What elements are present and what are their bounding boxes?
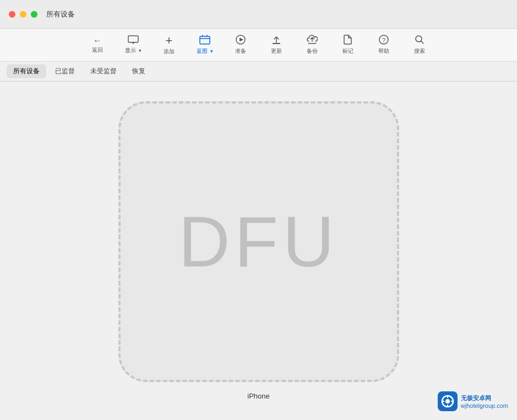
toolbar-add[interactable]: + 添加 [151,30,187,61]
tag-icon [344,35,352,46]
toolbar-update[interactable]: 更新 [259,30,295,61]
toolbar-search[interactable]: 搜索 [402,30,438,61]
add-icon: + [166,35,173,47]
toolbar-search-label: 搜索 [414,47,425,55]
minimize-button[interactable] [20,11,26,18]
device-name: iPhone [247,392,269,400]
toolbar-backup[interactable]: 备份 [295,30,330,61]
tab-unmonitored[interactable]: 未受监督 [84,64,123,78]
toolbar-prepare-label: 准备 [235,47,246,55]
tab-all-devices[interactable]: 所有设备 [7,64,46,78]
window-title: 所有设备 [46,9,75,19]
prepare-icon [236,35,246,46]
update-icon [271,35,281,46]
toolbar-display[interactable]: 显示 ▾ [116,30,151,61]
display-icon [128,35,139,46]
toolbar-prepare[interactable]: 准备 [223,30,259,61]
toolbar-back-label: 返回 [92,46,103,54]
toolbar: ← 返回 显示 ▾ + 添加 蓝图 ▾ [0,29,517,62]
svg-line-14 [421,41,424,44]
blueprint-icon [199,35,210,46]
back-icon: ← [93,36,102,45]
toolbar-blueprint[interactable]: 蓝图 ▾ [187,30,223,61]
main-content: DFU iPhone 无极安卓网 wjhotelgroup.com [0,81,517,420]
toolbar-update-label: 更新 [271,47,282,55]
svg-rect-3 [200,36,210,44]
svg-marker-8 [240,38,243,42]
toolbar-backup-label: 备份 [307,47,318,55]
watermark-text-block: 无极安卓网 wjhotelgroup.com [461,394,508,409]
watermark-site-name: 无极安卓网 [461,394,508,402]
device-container: DFU iPhone [118,101,399,400]
tab-restore[interactable]: 恢复 [126,64,152,78]
help-icon: ? [379,35,389,46]
search-icon [415,35,425,46]
close-button[interactable] [9,11,15,18]
tab-bar: 所有设备 已监督 未受监督 恢复 [0,62,517,81]
toolbar-tag[interactable]: 标记 [330,30,366,61]
watermark-site-url: wjhotelgroup.com [461,402,508,409]
maximize-button[interactable] [31,11,37,18]
toolbar-add-label: 添加 [164,48,175,56]
window-controls [9,11,37,18]
toolbar-tag-label: 标记 [342,47,353,55]
title-bar: 所有设备 [0,0,517,29]
toolbar-back[interactable]: ← 返回 [80,30,116,61]
toolbar-help-label: 帮助 [378,47,389,55]
svg-text:?: ? [382,37,385,43]
backup-icon [307,35,318,46]
svg-rect-9 [273,43,280,44]
dfu-label: DFU [178,200,339,283]
svg-point-16 [445,399,450,403]
watermark: 无极安卓网 wjhotelgroup.com [438,391,508,411]
svg-rect-0 [128,36,138,42]
toolbar-display-label: 显示 ▾ [125,47,142,54]
dfu-placeholder: DFU [118,101,399,382]
watermark-logo [438,391,458,411]
toolbar-blueprint-label: 蓝图 ▾ [197,47,213,55]
toolbar-help[interactable]: ? 帮助 [366,30,402,61]
tab-monitored[interactable]: 已监督 [48,64,81,78]
